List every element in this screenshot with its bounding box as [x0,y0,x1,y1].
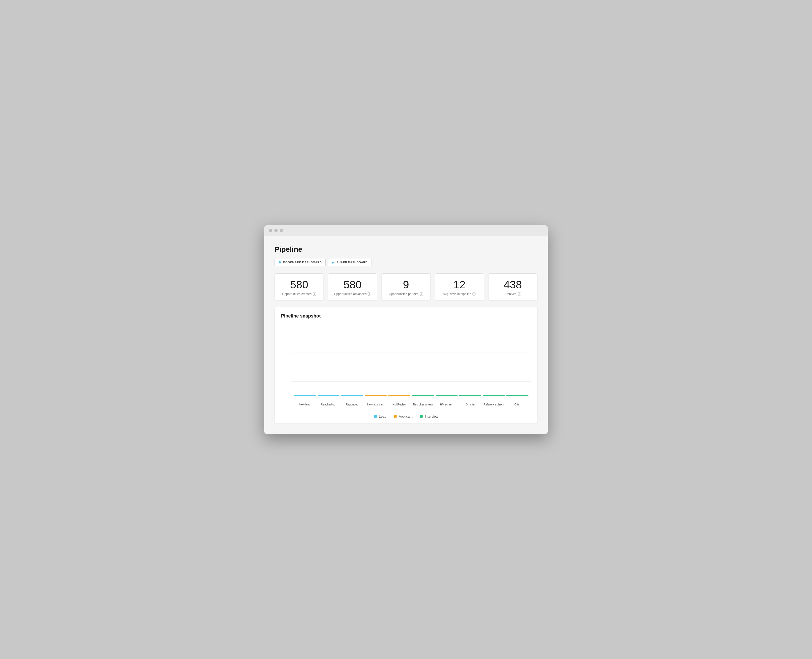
stat-label-3: Avg. days in pipeline i [440,292,479,296]
x-label-1: Reached out [318,403,340,407]
x-label-6: HM screen [436,403,458,407]
page-title: Pipeline [275,245,537,254]
pipeline-snapshot-card: Pipeline snapshot New leadReached outRep… [275,307,537,424]
dot-red [269,229,272,232]
info-icon-4[interactable]: i [518,292,521,296]
legend-label-1: Applicant [399,415,412,418]
x-label-3: New applicant [365,403,387,407]
legend-label-0: Lead [379,415,386,418]
legend-item-0: Lead [374,415,386,418]
bar-3[interactable] [365,395,387,396]
snapshot-title: Pipeline snapshot [281,314,531,319]
bar-group-3[interactable] [365,395,387,396]
bar-9[interactable] [506,395,529,396]
bar-7[interactable] [459,395,481,396]
bar-1[interactable] [318,395,340,396]
stat-label-0: Opportunities created i [280,292,318,296]
x-labels: New leadReached outRepondedNew applicant… [291,397,531,407]
bar-group-8[interactable] [483,395,505,396]
stat-number-2: 9 [387,279,425,290]
bar-group-1[interactable] [318,395,340,396]
stat-card-2: 9 Opportunities per hire i [381,273,431,301]
stat-label-2: Opportunities per hire i [387,292,425,296]
legend-item-2: Interview [420,415,438,418]
bar-2[interactable] [341,395,363,396]
stat-card-0: 580 Opportunities created i [275,273,324,301]
main-content: Pipeline ⚑ Bookmark Dashboard ► Share Da… [264,236,548,434]
share-label: Share Dashboard [337,261,368,264]
app-window: Pipeline ⚑ Bookmark Dashboard ► Share Da… [264,225,548,434]
legend-dot-1 [393,415,397,418]
stat-label-4: Archived i [494,292,532,296]
legend-label-2: Interview [425,415,438,418]
title-bar [264,225,548,236]
stat-number-4: 438 [494,279,532,290]
info-icon-2[interactable]: i [420,292,423,296]
bar-group-6[interactable] [436,395,458,396]
legend-dot-0 [374,415,377,418]
bookmark-icon: ⚑ [279,260,282,264]
bar-5[interactable] [412,395,434,396]
info-icon-3[interactable]: i [472,292,476,296]
stat-number-3: 12 [440,279,479,290]
bar-6[interactable] [436,395,458,396]
bar-0[interactable] [294,395,316,396]
dot-green [280,229,283,232]
x-label-7: On-site [459,403,481,407]
bookmark-label: Bookmark Dashboard [283,261,322,264]
chart-area: New leadReached outRepondedNew applicant… [281,324,531,407]
bar-group-5[interactable] [412,395,434,396]
stat-card-4: 438 Archived i [488,273,537,301]
x-label-9: Offer [506,403,529,407]
bookmark-dashboard-button[interactable]: ⚑ Bookmark Dashboard [275,259,326,266]
stat-number-1: 580 [333,279,372,290]
stat-card-3: 12 Avg. days in pipeline i [435,273,484,301]
bar-8[interactable] [483,395,505,396]
bar-group-7[interactable] [459,395,481,396]
bar-group-0[interactable] [294,395,316,396]
x-label-4: HM Review [388,403,411,407]
stat-number-0: 580 [280,279,318,290]
bar-4[interactable] [388,395,411,396]
bars-container [291,324,531,396]
legend-dot-2 [420,415,423,418]
chart-legend: Lead Applicant Interview [281,411,531,418]
stat-label-1: Opportunities advanced i [333,292,372,296]
bar-group-9[interactable] [506,395,529,396]
x-label-0: New lead [294,403,316,407]
dot-yellow [274,229,278,232]
x-label-5: Recruiter screen [412,403,434,407]
stat-card-1: 580 Opportunities advanced i [328,273,377,301]
legend-item-1: Applicant [393,415,412,418]
share-icon: ► [332,260,335,264]
bar-group-4[interactable] [388,395,411,396]
x-label-8: Reference check [483,403,505,407]
x-label-2: Reponded [341,403,363,407]
share-dashboard-button[interactable]: ► Share Dashboard [327,259,371,266]
info-icon-0[interactable]: i [313,292,316,296]
bar-group-2[interactable] [341,395,363,396]
toolbar: ⚑ Bookmark Dashboard ► Share Dashboard [275,259,537,266]
info-icon-1[interactable]: i [368,292,371,296]
stats-row: 580 Opportunities created i 580 Opportun… [275,273,537,301]
